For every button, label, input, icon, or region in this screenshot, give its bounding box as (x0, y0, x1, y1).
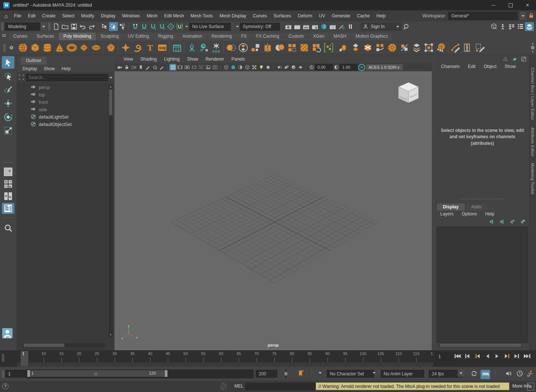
construction-grid-icon[interactable] (171, 41, 183, 54)
menu-set-dropdown[interactable]: Modeling (5, 23, 40, 31)
menu-edit[interactable]: Edit (24, 12, 39, 20)
single-pane-layout[interactable] (2, 166, 14, 177)
current-time-indicator[interactable]: 1 (21, 351, 29, 366)
bookmark-add-icon[interactable] (297, 370, 305, 378)
two-pane-layout[interactable] (2, 191, 14, 202)
menu-mesh-tools[interactable]: Mesh Tools (187, 12, 216, 20)
svg-tool-icon[interactable]: svg (156, 41, 168, 54)
combine-icon[interactable] (225, 41, 237, 54)
fps-dropdown-arrow[interactable] (458, 370, 464, 377)
shelf-scroll-thumb[interactable] (531, 46, 535, 50)
command-line-grip[interactable] (220, 382, 227, 391)
outliner-search-input[interactable] (26, 74, 108, 81)
menu-generate[interactable]: Generate (328, 12, 353, 20)
side-tab-attribute-editor[interactable]: Attribute Editor (530, 127, 535, 157)
poly-cylinder-icon[interactable] (41, 41, 53, 54)
outliner-item-front[interactable]: front (17, 99, 114, 106)
poly-torus-icon[interactable] (65, 41, 78, 54)
mel-command-input[interactable] (245, 383, 317, 390)
outliner-item-side[interactable]: side (17, 106, 114, 113)
shelf-scroll-down-icon[interactable]: ▼ (531, 50, 534, 54)
snap-to-grid-icon[interactable] (131, 22, 140, 31)
scale-tool[interactable] (2, 125, 14, 137)
resolution-gate-icon[interactable] (183, 64, 190, 71)
time-slider[interactable]: 5101520253035404550556065707580859095100… (0, 350, 536, 367)
maximize-button[interactable] (502, 0, 519, 10)
snap-to-projected-center-icon[interactable] (157, 22, 166, 31)
menu-deform[interactable]: Deform (294, 12, 315, 20)
view-cube[interactable]: FRONT RIGHT (396, 79, 421, 106)
menu-file[interactable]: File (11, 12, 24, 20)
animation-start-field[interactable]: 1 (5, 370, 27, 378)
channel-box-menu-object[interactable]: Object (479, 63, 501, 70)
shelf-tab-fx-caching[interactable]: FX Caching (252, 33, 284, 40)
checker-mode-icon[interactable] (251, 64, 258, 71)
move-layer-down-icon[interactable] (498, 218, 505, 225)
zoom-tool[interactable] (2, 222, 14, 234)
color-management-toggle[interactable]: ON (358, 64, 365, 71)
symmetrize-icon[interactable] (423, 41, 435, 54)
render-current-frame-icon[interactable] (293, 22, 302, 31)
average-vertices-icon[interactable] (435, 41, 447, 54)
outliner-vertical-scrollbar[interactable]: ▲ ▼ (109, 85, 113, 337)
menu-mesh[interactable]: Mesh (143, 12, 161, 20)
menu-edit-mesh[interactable]: Edit Mesh (161, 12, 187, 20)
shadows-icon[interactable] (265, 64, 272, 71)
separate-icon[interactable] (237, 41, 249, 54)
sign-in-dropdown[interactable]: Sign In (360, 23, 401, 31)
undo-icon[interactable] (78, 22, 87, 31)
screen-space-ao-icon[interactable] (276, 64, 283, 71)
workspace-dropdown[interactable]: General* (448, 12, 518, 20)
lock-camera-icon[interactable] (123, 64, 130, 71)
mirror-icon[interactable] (274, 41, 286, 54)
delete-history-icon[interactable] (198, 41, 210, 54)
wireframe-mode-icon[interactable] (223, 64, 230, 71)
multi-cut-tool-icon[interactable] (462, 41, 474, 54)
step-back-key-button[interactable] (474, 352, 482, 361)
split-mesh-icon[interactable] (261, 41, 274, 54)
toolbar-grip[interactable] (1, 23, 4, 31)
toolbar-grip[interactable] (48, 23, 51, 31)
outliner-search-dropdown-arrow[interactable] (109, 77, 112, 79)
playback-speed-icon[interactable] (516, 370, 523, 378)
motion-blur-icon[interactable] (283, 64, 290, 71)
four-pane-layout[interactable] (2, 178, 14, 190)
panel-divider[interactable] (461, 199, 504, 199)
bookmark-view-icon[interactable] (137, 64, 144, 71)
side-tab-channel-box-layer-editor[interactable]: Channel Box / Layer Editor (530, 68, 535, 120)
attribute-editor-toggle-icon[interactable] (516, 22, 525, 31)
live-surface-field[interactable]: No Live Surface (189, 23, 231, 31)
channel-box-menu-edit[interactable]: Edit (464, 63, 480, 70)
reduce-icon[interactable] (298, 41, 310, 54)
redo-icon[interactable] (87, 22, 96, 31)
grid-display-icon[interactable] (169, 64, 176, 71)
go-to-start-button[interactable] (454, 352, 462, 361)
quad-draw-tool-icon[interactable] (474, 41, 486, 54)
outliner-item-persp[interactable]: persp (17, 84, 114, 91)
gamma-field[interactable]: 1.00 (340, 64, 357, 71)
menu-uv[interactable]: UV (316, 12, 329, 20)
film-gate-icon[interactable] (176, 64, 183, 71)
platonic-solid-icon[interactable] (105, 41, 117, 54)
crease-tool-icon[interactable] (450, 41, 462, 54)
paint-select-tool[interactable] (2, 83, 14, 96)
anti-aliasing-icon[interactable] (290, 64, 297, 71)
anim-layer-menu-arrow[interactable] (373, 372, 376, 374)
render-sequence-icon[interactable] (328, 22, 337, 31)
view-transform-dropdown[interactable]: ACES 1.0 SDR-v (366, 64, 403, 71)
hypershade-icon[interactable] (319, 22, 328, 31)
outliner-menu-help[interactable]: Help (58, 65, 74, 72)
snapshot-icon[interactable] (204, 64, 211, 71)
viewport-menu-renderer[interactable]: Renderer (202, 56, 228, 62)
snap-to-point-icon[interactable] (149, 22, 157, 31)
scroll-down-icon[interactable]: ▼ (109, 333, 113, 337)
poly-cone-icon[interactable] (53, 41, 65, 54)
circularize-icon[interactable] (386, 41, 398, 54)
mel-label[interactable]: MEL (234, 384, 244, 389)
shelf-tab-mash[interactable]: MASH (329, 33, 351, 40)
xgen-search-icon[interactable]: X (401, 22, 410, 31)
snap-to-curve-icon[interactable] (140, 22, 149, 31)
shelf-tab-rigging[interactable]: Rigging (154, 33, 178, 40)
modeling-toolkit-toggle-icon[interactable] (489, 22, 498, 31)
range-slider[interactable]: 1 120 (27, 369, 254, 378)
